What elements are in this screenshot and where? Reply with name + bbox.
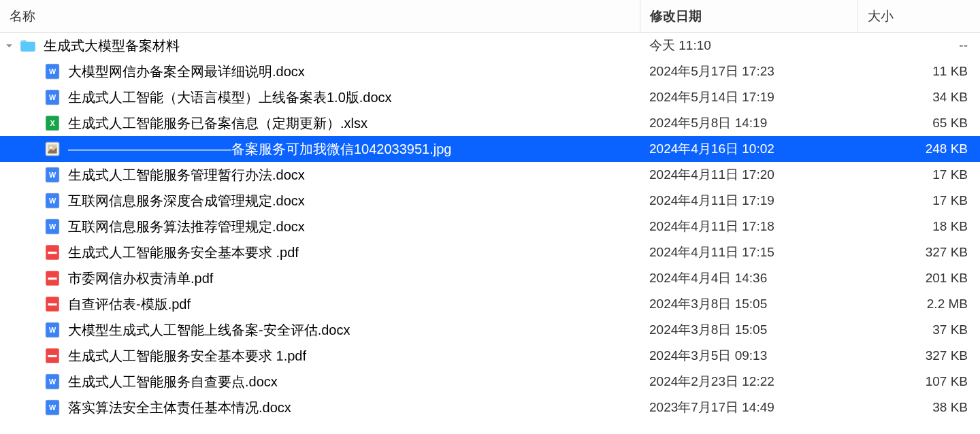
file-row[interactable]: W 大模型网信办备案全网最详细说明.docx 2024年5月17日 17:23 … — [0, 59, 980, 84]
pdf-file-icon — [44, 244, 61, 261]
docx-file-icon: W — [44, 218, 61, 235]
file-name-label: 生成式人工智能服务已备案信息（定期更新）.xlsx — [68, 116, 368, 130]
file-date-label: 2024年5月8日 14:19 — [640, 114, 858, 132]
file-row[interactable]: W 生成式人工智能服务管理暂行办法.docx 2024年4月11日 17:20 … — [0, 162, 980, 188]
file-date-label: 2024年3月8日 15:05 — [640, 321, 858, 339]
svg-text:W: W — [49, 197, 56, 205]
xlsx-file-icon: X — [44, 114, 61, 132]
file-list: 生成式大模型备案材料 今天 11:10 -- W 大模型网信办备案全网最详细说明… — [0, 33, 980, 420]
file-date-label: 2024年4月11日 17:18 — [640, 218, 858, 235]
column-header-date[interactable]: 修改日期 — [640, 0, 858, 32]
file-row[interactable]: W 生成式人工智能（大语言模型）上线备案表1.0版.docx 2024年5月14… — [0, 84, 980, 110]
file-row[interactable]: 生成式人工智能服务安全基本要求 .pdf 2024年4月11日 17:15 32… — [0, 239, 980, 265]
file-size-label: 107 KB — [858, 374, 980, 389]
file-size-label: 17 KB — [858, 193, 980, 208]
file-name-label: 生成式人工智能（大语言模型）上线备案表1.0版.docx — [68, 90, 392, 104]
pdf-file-icon — [44, 295, 61, 313]
svg-text:W: W — [49, 67, 56, 76]
file-row[interactable]: W 互联网信息服务算法推荐管理规定.docx 2024年4月11日 17:18 … — [0, 214, 980, 239]
file-row[interactable]: W 落实算法安全主体责任基本情况.docx 2023年7月17日 14:49 3… — [0, 395, 980, 420]
file-name-label: 自查评估表-模版.pdf — [68, 297, 191, 311]
file-size-label: 248 KB — [858, 141, 980, 156]
column-size-label: 大小 — [868, 7, 894, 25]
file-name-label: 生成式人工智能服务安全基本要求 1.pdf — [68, 349, 306, 363]
file-date-label: 2024年3月5日 09:13 — [640, 347, 858, 365]
file-name-label: 生成式人工智能服务安全基本要求 .pdf — [68, 246, 299, 259]
file-size-label: 38 KB — [858, 400, 980, 415]
column-header-row: 名称 修改日期 大小 — [0, 0, 980, 33]
file-name-label: 互联网信息服务算法推荐管理规定.docx — [68, 220, 305, 233]
file-date-label: 2024年4月16日 10:02 — [640, 140, 858, 158]
disclosure-triangle-open-icon[interactable] — [3, 39, 15, 52]
file-date-label: 2024年4月11日 17:15 — [640, 244, 858, 261]
svg-rect-25 — [48, 303, 57, 305]
jpg-file-icon — [44, 140, 61, 158]
docx-file-icon: W — [44, 88, 61, 106]
file-name-label: 生成式人工智能服务自查要点.docx — [68, 375, 278, 388]
pdf-file-icon — [44, 269, 61, 287]
file-row[interactable]: W 大模型生成式人工智能上线备案-安全评估.docx 2024年3月8日 15:… — [0, 317, 980, 343]
file-size-label: 65 KB — [858, 116, 980, 131]
file-name-label: 生成式人工智能服务管理暂行办法.docx — [68, 168, 305, 182]
file-name-label: ————————————备案服务可加我微信1042033951.jpg — [68, 142, 451, 156]
svg-text:W: W — [49, 403, 56, 412]
file-size-label: 34 KB — [858, 90, 980, 105]
file-date-label: 2024年5月17日 17:23 — [640, 63, 858, 80]
file-row[interactable]: 自查评估表-模版.pdf 2024年3月8日 15:05 2.2 MB — [0, 291, 980, 317]
column-date-label: 修改日期 — [650, 7, 702, 25]
svg-text:X: X — [50, 119, 55, 127]
file-date-label: 2024年3月8日 15:05 — [640, 295, 858, 313]
svg-text:W: W — [49, 326, 56, 334]
file-date-label: 今天 11:10 — [640, 37, 858, 54]
file-date-label: 2023年7月17日 14:49 — [640, 399, 858, 416]
svg-rect-30 — [48, 355, 57, 357]
svg-rect-23 — [48, 278, 57, 280]
folder-name-label: 生成式大模型备案材料 — [44, 39, 180, 52]
file-size-label: 17 KB — [858, 167, 980, 182]
file-name-label: 市委网信办权责清单.pdf — [68, 271, 213, 285]
column-name-label: 名称 — [10, 7, 35, 25]
column-header-name[interactable]: 名称 — [0, 0, 640, 32]
docx-file-icon: W — [44, 192, 61, 210]
docx-file-icon: W — [44, 166, 61, 184]
file-row[interactable]: 市委网信办权责清单.pdf 2024年4月4日 14:36 201 KB — [0, 265, 980, 291]
file-row[interactable]: W 生成式人工智能服务自查要点.docx 2024年2月23日 12:22 10… — [0, 369, 980, 395]
file-row[interactable]: W 互联网信息服务深度合成管理规定.docx 2024年4月11日 17:19 … — [0, 188, 980, 214]
file-date-label: 2024年4月11日 17:20 — [640, 166, 858, 184]
svg-text:W: W — [49, 171, 56, 179]
file-row[interactable]: 生成式人工智能服务安全基本要求 1.pdf 2024年3月5日 09:13 32… — [0, 343, 980, 369]
column-header-size[interactable]: 大小 — [858, 0, 980, 32]
file-size-label: -- — [858, 38, 980, 53]
file-name-label: 大模型生成式人工智能上线备案-安全评估.docx — [68, 323, 350, 337]
file-date-label: 2024年4月4日 14:36 — [640, 269, 858, 287]
file-date-label: 2024年2月23日 12:22 — [640, 373, 858, 390]
file-size-label: 11 KB — [858, 64, 980, 79]
file-size-label: 2.2 MB — [858, 297, 980, 312]
file-name-label: 互联网信息服务深度合成管理规定.docx — [68, 194, 305, 207]
file-size-label: 201 KB — [858, 271, 980, 286]
docx-file-icon: W — [44, 63, 61, 80]
file-size-label: 327 KB — [858, 348, 980, 363]
pdf-file-icon — [44, 347, 61, 365]
svg-rect-21 — [48, 252, 57, 254]
file-size-label: 327 KB — [858, 245, 980, 260]
file-name-label: 大模型网信办备案全网最详细说明.docx — [68, 65, 305, 78]
docx-file-icon: W — [44, 373, 61, 390]
svg-text:W: W — [49, 93, 56, 101]
file-size-label: 18 KB — [858, 219, 980, 234]
folder-row[interactable]: 生成式大模型备案材料 今天 11:10 -- — [0, 33, 980, 59]
file-row[interactable]: ————————————备案服务可加我微信1042033951.jpg 2024… — [0, 136, 980, 162]
file-date-label: 2024年4月11日 17:19 — [640, 192, 858, 210]
svg-point-10 — [50, 146, 52, 148]
file-size-label: 37 KB — [858, 322, 980, 337]
svg-text:W: W — [49, 378, 56, 386]
file-name-label: 落实算法安全主体责任基本情况.docx — [68, 401, 291, 414]
file-row[interactable]: X 生成式人工智能服务已备案信息（定期更新）.xlsx 2024年5月8日 14… — [0, 110, 980, 136]
svg-text:W: W — [49, 222, 56, 231]
folder-icon — [19, 37, 37, 54]
docx-file-icon: W — [44, 399, 61, 416]
file-date-label: 2024年5月14日 17:19 — [640, 88, 858, 106]
docx-file-icon: W — [44, 321, 61, 339]
